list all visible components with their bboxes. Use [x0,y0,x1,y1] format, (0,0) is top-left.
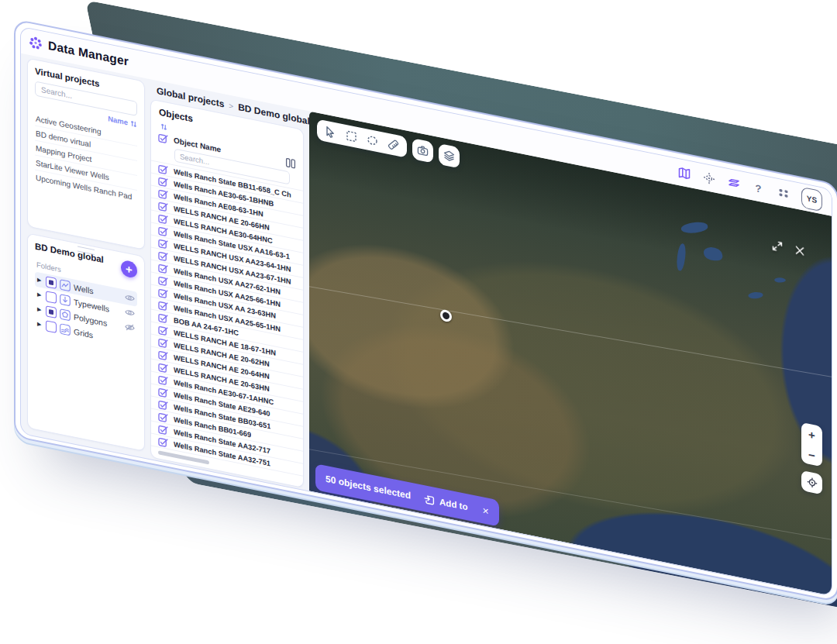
add-to-label: Add to [439,497,467,511]
object-checkbox[interactable] [158,423,168,436]
sidebar: Virtual projects Name Active Geosteering… [21,53,148,459]
object-checkbox[interactable] [158,262,168,274]
typewells-icon [60,293,71,306]
folder-checkbox[interactable] [46,291,57,304]
folder-label: Wells [74,282,93,295]
caret-icon[interactable]: ▶ [37,321,43,328]
breadcrumb-separator: > [229,101,233,110]
object-checkbox[interactable] [158,411,168,423]
sort-arrows-icon [130,119,137,129]
object-checkbox[interactable] [158,212,168,225]
object-checkbox[interactable] [158,250,168,262]
wells-icon [60,278,71,291]
caret-icon[interactable]: ▶ [37,291,43,298]
object-checkbox[interactable] [158,460,168,473]
sort-label: Name [108,114,128,126]
map-corner-controls [772,239,805,257]
objects-panel: Objects [150,98,304,488]
object-checkbox[interactable] [158,312,168,324]
object-checkbox[interactable] [158,374,168,386]
caret-icon[interactable]: ▶ [37,277,43,284]
lake-ontario [773,277,786,282]
object-checkbox[interactable] [158,361,168,374]
marquee-select-icon[interactable] [346,129,357,143]
object-checkbox[interactable] [158,225,168,237]
zoom-out-button[interactable]: − [801,443,822,467]
object-checkbox[interactable] [158,237,168,250]
object-checkbox[interactable] [158,274,168,287]
object-checkbox[interactable] [158,299,168,312]
sort-arrows-icon [160,122,167,131]
eye-icon[interactable] [125,292,135,305]
lake-huron [702,247,723,261]
folder-label: Grids [74,326,93,339]
object-checkbox[interactable] [158,188,168,200]
object-checkbox[interactable] [158,200,168,212]
locate-button[interactable] [801,470,822,494]
project-panel: BD Demo global + Folders ▶ Wells ▶ Typew… [27,232,145,452]
add-to-button[interactable]: Add to [424,493,467,512]
lake-superior [679,222,708,234]
columns-icon[interactable] [285,157,296,170]
camera-icon[interactable] [412,138,433,163]
polygons-icon [60,308,71,321]
ruler-icon[interactable] [388,138,399,152]
caret-icon[interactable]: ▶ [37,306,43,313]
zoom-controls: + − [801,422,822,467]
help-icon[interactable]: ? [752,181,765,196]
app-frame: Data Manager [20,26,832,597]
objects-list: Wells Ranch State BB11-658_C Ch Wells Ra… [151,161,303,477]
banner-close-icon[interactable]: × [482,505,488,517]
lasso-select-icon[interactable] [367,133,378,147]
grids-icon [60,322,71,336]
eye-off-icon[interactable] [125,322,135,334]
layers-icon[interactable] [727,175,740,191]
folder-checkbox[interactable] [46,305,57,319]
folder-checkbox[interactable] [46,276,57,289]
folder-checkbox[interactable] [46,320,57,333]
selection-count-label: 50 objects selected [326,474,411,501]
eye-icon[interactable] [125,307,135,319]
page: Data Manager [0,0,837,644]
layers-stack-icon[interactable] [439,143,460,168]
locate-icon [807,477,818,490]
object-checkbox[interactable] [158,163,168,175]
object-checkbox[interactable] [158,386,168,398]
lake-erie [747,291,763,299]
map-icon[interactable] [677,165,691,181]
middle-column: Global projects > BD Demo global Objects [150,79,304,490]
focus-icon[interactable] [702,170,715,186]
add-to-icon [424,493,435,506]
apps-grid-icon[interactable] [777,185,790,201]
object-checkbox[interactable] [158,398,168,411]
app-logo-icon [29,35,43,52]
object-checkbox[interactable] [158,175,168,188]
object-checkbox[interactable] [158,324,168,336]
avatar[interactable]: YS [801,186,822,211]
object-checkbox[interactable] [158,436,168,448]
app-window: Data Manager [14,19,837,603]
close-icon[interactable] [794,244,805,257]
expand-icon[interactable] [772,239,783,253]
object-checkbox[interactable] [158,349,168,361]
cursor-icon[interactable] [325,125,336,139]
select-all-checkbox[interactable] [158,132,168,144]
virtual-projects-panel: Virtual projects Name Active Geosteering… [27,57,145,250]
object-checkbox[interactable] [158,287,168,299]
lake-michigan [676,242,687,271]
object-checkbox[interactable] [158,336,168,349]
